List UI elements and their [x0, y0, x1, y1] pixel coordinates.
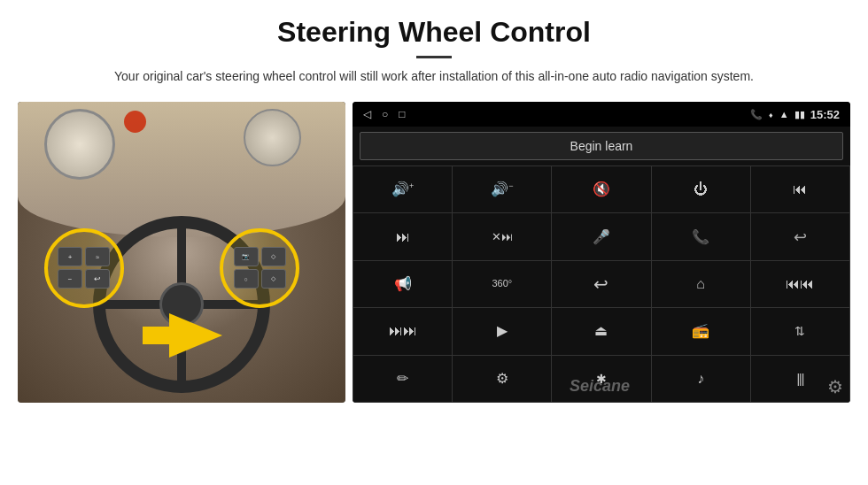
skip-next-button[interactable]: ⏭⏭: [353, 308, 452, 354]
hang-up-icon: ↩: [794, 229, 807, 245]
navigate-icon: ▶: [497, 324, 508, 338]
arrow-overlay: [143, 313, 249, 358]
content-area: + ≈ − ↩ 📷 ◇ ○ ◇: [0, 93, 868, 485]
eq-button[interactable]: ⇅: [751, 308, 849, 354]
power-button[interactable]: ⏻: [652, 166, 750, 212]
android-statusbar: ◁ ○ □ 📞 ⬧ ▲ ▮▮ 15:52: [353, 102, 850, 127]
begin-learn-button[interactable]: Begin learn: [360, 132, 843, 160]
mic-button[interactable]: 🎤: [552, 213, 650, 259]
phone-status-icon: 📞: [750, 109, 763, 120]
gear-icon-bottom[interactable]: ⚙: [827, 376, 843, 397]
speaker-button[interactable]: 📢: [353, 261, 452, 307]
android-panel: ◁ ○ □ 📞 ⬧ ▲ ▮▮ 15:52 Begin learn: [353, 102, 850, 403]
eject-icon: ⏏: [594, 324, 608, 338]
recents-nav-icon: □: [399, 108, 405, 120]
prev-track-button[interactable]: ⏮: [751, 166, 849, 212]
camera-360-button[interactable]: 360°: [453, 261, 551, 307]
sw-btn-2: ≈: [85, 247, 110, 266]
music-button[interactable]: ♪: [652, 356, 750, 402]
skip-next-icon: ⏭⏭: [389, 324, 417, 338]
vol-down-icon: 🔊−: [491, 182, 513, 196]
next-icon: ⏭: [396, 230, 410, 244]
page-container: Steering Wheel Control Your original car…: [0, 0, 868, 485]
time-display: 15:52: [810, 108, 840, 121]
yellow-circle-left: + ≈ − ↩: [44, 228, 124, 308]
steering-wheel-bg: + ≈ − ↩ 📷 ◇ ○ ◇: [18, 102, 345, 403]
rewind-icon: ⏮⏮: [786, 277, 814, 291]
radio-button[interactable]: 📻: [652, 308, 750, 354]
navigate-button[interactable]: ▶: [453, 308, 551, 354]
phone-icon: 📞: [692, 230, 709, 244]
page-title: Steering Wheel Control: [35, 16, 833, 49]
sw-gauge-right: [244, 109, 301, 166]
home-button[interactable]: ⌂: [652, 261, 750, 307]
sw-btn-5: 📷: [234, 247, 259, 266]
hang-up-button[interactable]: ↩: [751, 213, 849, 259]
music-icon: ♪: [697, 372, 704, 386]
power-icon: ⏻: [694, 182, 708, 196]
sw-btn-8: ◇: [261, 269, 286, 289]
next-button[interactable]: ⏭: [353, 213, 452, 259]
wifi-icon: ▲: [779, 109, 789, 119]
sw-btn-6: ◇: [261, 247, 286, 266]
fast-forward-icon: ✕⏭: [492, 231, 513, 242]
vol-up-button[interactable]: 🔊+: [353, 166, 452, 212]
prev-track-icon: ⏮: [793, 182, 807, 196]
sw-btn-3: −: [58, 269, 82, 289]
eject-button[interactable]: ⏏: [552, 308, 650, 354]
header-section: Steering Wheel Control Your original car…: [0, 0, 868, 93]
sw-gauge-left: [44, 109, 115, 180]
rewind-button[interactable]: ⏮⏮: [751, 261, 849, 307]
pen-icon: ✏: [397, 372, 408, 386]
yellow-circle-right: 📷 ◇ ○ ◇: [220, 228, 299, 308]
title-divider: [416, 56, 452, 58]
equalizer-icon: |||: [796, 373, 803, 385]
btn-group-right: 📷 ◇ ○ ◇: [227, 240, 293, 296]
bluetooth-icon: ✱: [596, 373, 607, 385]
camera-360-icon: 360°: [492, 279, 512, 289]
android-panel-wrapper: ◁ ○ □ 📞 ⬧ ▲ ▮▮ 15:52 Begin learn: [349, 102, 850, 403]
begin-learn-row: Begin learn: [353, 127, 850, 166]
radio-icon: 📻: [692, 324, 709, 338]
eq-icon: ⇅: [794, 325, 805, 337]
sw-btn-7: ○: [234, 269, 259, 289]
location-icon: ⬧: [768, 109, 774, 119]
back-icon: ↩: [593, 275, 608, 293]
settings2-icon: ⚙: [496, 372, 508, 386]
vol-up-icon: 🔊+: [391, 182, 414, 196]
arrow-head: [169, 313, 222, 358]
btn-group-left: + ≈ − ↩: [50, 240, 117, 296]
home-icon: ⌂: [696, 277, 705, 291]
signal-icon: ▮▮: [794, 109, 805, 120]
car-image-panel: + ≈ − ↩ 📷 ◇ ○ ◇: [18, 102, 345, 403]
sw-btn-4: ↩: [85, 269, 110, 289]
bluetooth-button[interactable]: ✱: [552, 356, 650, 402]
subtitle-text: Your original car's steering wheel contr…: [89, 67, 779, 86]
mute-icon: 🔇: [593, 182, 610, 196]
settings2-button[interactable]: ⚙: [453, 356, 551, 402]
status-icons: 📞 ⬧ ▲ ▮▮ 15:52: [750, 108, 840, 121]
gear-icon: ⚙: [827, 377, 843, 396]
control-grid: 🔊+ 🔊− 🔇 ⏻ ⏮ ⏭: [353, 166, 850, 403]
vol-down-button[interactable]: 🔊−: [453, 166, 551, 212]
speaker-icon: 📢: [394, 277, 412, 291]
mute-button[interactable]: 🔇: [552, 166, 650, 212]
home-nav-icon: ○: [382, 108, 388, 120]
back-nav-icon: ◁: [363, 108, 371, 120]
phone-button[interactable]: 📞: [652, 213, 750, 259]
sw-warning: [124, 111, 146, 133]
sw-btn-1: +: [58, 247, 82, 266]
nav-icons: ◁ ○ □: [363, 108, 406, 120]
fast-forward-button[interactable]: ✕⏭: [453, 213, 551, 259]
back-button[interactable]: ↩: [552, 261, 650, 307]
mic-icon: 🎤: [593, 230, 610, 244]
pen-button[interactable]: ✏: [353, 356, 452, 402]
